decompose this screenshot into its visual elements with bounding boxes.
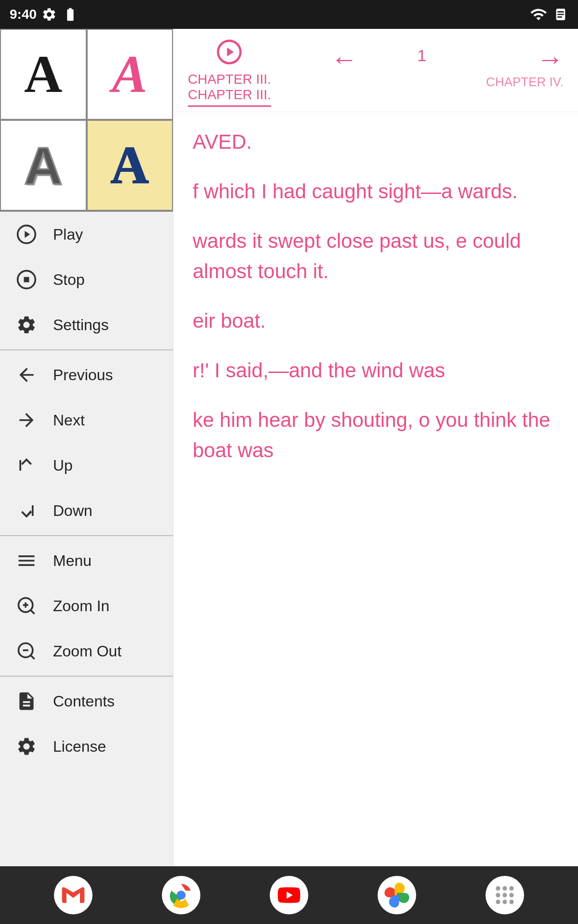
menu-label: Menu [53,552,92,570]
settings-status-icon [41,7,57,22]
book-text: AVED. f which I had caught sight—a wards… [173,112,578,866]
divider-3 [0,676,173,677]
chapter-back-arrow[interactable]: ← [331,38,358,75]
chapter-next-label: CHAPTER IV. [486,75,564,90]
bottom-bar [0,866,578,924]
settings-icon [14,313,39,337]
book-paragraph-1: AVED. [193,127,559,157]
svg-point-17 [496,886,500,890]
sidebar: A A A A Play [0,29,173,866]
settings-label: Settings [53,316,109,334]
play-icon [14,222,39,246]
svg-line-9 [31,655,35,659]
menu-item-settings[interactable]: Settings [0,302,173,347]
zoom-out-icon [14,639,39,663]
svg-point-19 [509,886,513,890]
chapter-title: CHAPTER III. [188,72,271,87]
stop-label: Stop [53,271,85,289]
signal-status-icon [553,6,568,23]
svg-rect-3 [24,277,29,282]
chapter-underline [188,105,271,107]
svg-point-20 [496,893,500,897]
status-bar: 9:40 [0,0,578,29]
next-icon [14,408,39,432]
next-label: Next [53,411,85,429]
font-cell-sans-gray[interactable]: A [0,120,87,211]
svg-point-18 [502,886,507,890]
svg-point-25 [509,899,513,904]
license-icon [14,734,39,758]
battery-status-icon [62,7,79,22]
play-label: Play [53,226,83,244]
menu-item-zoom-in[interactable]: Zoom In [0,583,173,629]
font-letter-3: A [24,135,62,196]
menu-item-contents[interactable]: Contents [0,679,173,724]
svg-point-15 [177,891,185,899]
font-cell-serif-pink[interactable]: A [87,29,173,120]
font-letter-4: A [111,135,149,196]
zoom-in-icon [14,594,39,618]
menu-item-license[interactable]: License [0,724,173,769]
menu-item-previous[interactable]: Previous [0,352,173,398]
wifi-status-icon [530,6,547,23]
main-container: A A A A Play [0,29,578,866]
youtube-app-icon[interactable] [270,876,308,914]
menu-icon [14,549,39,573]
chapter-nav-center: CHAPTER III. CHAPTER III. [188,38,271,107]
menu-item-down[interactable]: Down [0,488,173,533]
font-grid: A A A A [0,29,173,212]
svg-marker-1 [25,231,30,238]
book-paragraph-2: f which I had caught sight—a wards. [193,176,559,206]
up-label: Up [53,457,73,475]
chapter-page-number: 1 [417,38,426,65]
apps-grid-icon[interactable] [486,876,524,914]
chapter-subtitle: CHAPTER III. [188,87,271,103]
menu-item-stop[interactable]: Stop [0,257,173,302]
font-letter-2: A [112,44,147,105]
zoom-in-label: Zoom In [53,597,109,615]
stop-icon [14,268,39,292]
divider-2 [0,535,173,536]
menu-section: Play Stop Settings [0,212,173,769]
chapter-forward-arrow[interactable]: → [537,38,564,75]
previous-icon [14,363,39,387]
zoom-out-label: Zoom Out [53,642,121,660]
svg-point-24 [502,899,507,904]
contents-label: Contents [53,693,115,710]
previous-label: Previous [53,366,113,384]
font-letter-1: A [24,44,62,105]
menu-item-zoom-out[interactable]: Zoom Out [0,629,173,674]
content-area: CHAPTER III. CHAPTER III. ← 1 → CHAPTER … [173,29,578,866]
menu-item-play[interactable]: Play [0,212,173,257]
chapter-header: CHAPTER III. CHAPTER III. ← 1 → CHAPTER … [173,29,578,112]
svg-point-22 [509,893,513,897]
status-time: 9:40 [10,7,37,22]
gmail-app-icon[interactable] [54,876,92,914]
svg-marker-12 [227,48,234,57]
divider-1 [0,349,173,350]
chapter-play-icon[interactable] [216,38,243,72]
menu-item-up[interactable]: Up [0,443,173,488]
down-icon [14,499,39,523]
license-label: License [53,738,106,756]
book-paragraph-6: ke him hear by shouting, o you think the… [193,405,559,465]
book-paragraph-5: r!' I said,—and the wind was [193,355,559,385]
book-paragraph-4: eir boat. [193,306,559,336]
font-cell-serif-black[interactable]: A [0,29,87,120]
font-cell-blue-yellow[interactable]: A [87,120,173,211]
book-paragraph-3: wards it swept close past us, e could al… [193,226,559,286]
svg-point-21 [502,893,507,897]
up-icon [14,453,39,477]
menu-item-menu[interactable]: Menu [0,538,173,583]
photos-app-icon[interactable] [378,876,416,914]
menu-item-next[interactable]: Next [0,398,173,443]
down-label: Down [53,502,92,520]
contents-icon [14,689,39,713]
svg-point-23 [496,899,500,904]
svg-line-5 [31,610,35,614]
chrome-app-icon[interactable] [162,876,200,914]
